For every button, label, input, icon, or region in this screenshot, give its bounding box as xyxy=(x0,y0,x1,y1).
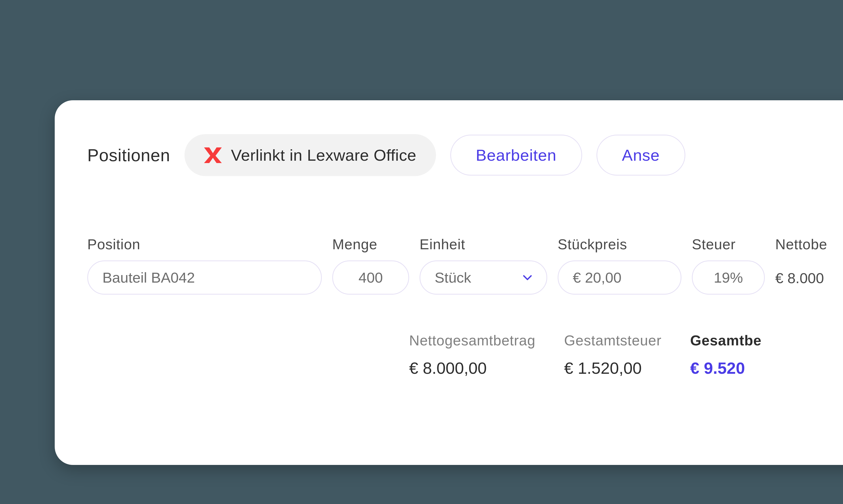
totals-row: Nettogesamtbetrag € 8.000,00 Gestamtsteu… xyxy=(409,332,830,377)
grand-total-value: € 9.520 xyxy=(690,359,761,377)
net-total-value: € 8.000,00 xyxy=(409,359,535,377)
lexware-logo-icon xyxy=(204,147,222,163)
view-button[interactable]: Anse xyxy=(596,135,685,176)
quantity-input[interactable]: 400 xyxy=(332,260,409,294)
unit-price-value: € 20,00 xyxy=(573,269,621,286)
net-value: € 8.000 xyxy=(775,260,830,295)
position-input[interactable]: Bauteil BA042 xyxy=(87,260,322,294)
grand-total-block: Gesamtbe € 9.520 xyxy=(690,332,761,377)
net-total-block: Nettogesamtbetrag € 8.000,00 xyxy=(409,332,535,377)
net-total-label: Nettogesamtbetrag xyxy=(409,332,535,349)
tax-column: Steuer 19% xyxy=(692,236,765,294)
header-row: Positionen Verlinkt in Lexware Office Be… xyxy=(87,134,830,176)
unit-price-column: Stückpreis € 20,00 xyxy=(558,236,682,294)
unit-price-input[interactable]: € 20,00 xyxy=(558,260,682,294)
tax-total-value: € 1.520,00 xyxy=(564,359,662,377)
linked-lexware-pill[interactable]: Verlinkt in Lexware Office xyxy=(185,134,436,176)
tax-label: Steuer xyxy=(692,236,765,253)
net-label: Nettobe xyxy=(775,236,830,253)
unit-column: Einheit Stück xyxy=(420,236,547,294)
tax-total-label: Gestamtsteuer xyxy=(564,332,662,349)
quantity-label: Menge xyxy=(332,236,409,253)
grand-total-label: Gesamtbe xyxy=(690,332,761,349)
tax-total-block: Gestamtsteuer € 1.520,00 xyxy=(564,332,662,377)
quantity-value: 400 xyxy=(358,269,383,286)
section-title: Positionen xyxy=(87,145,170,165)
unit-value: Stück xyxy=(435,269,471,286)
edit-button[interactable]: Bearbeiten xyxy=(450,135,582,176)
linked-text: Verlinkt in Lexware Office xyxy=(231,146,416,164)
net-column: Nettobe € 8.000 xyxy=(775,236,830,295)
position-value: Bauteil BA042 xyxy=(102,269,195,286)
positions-card: Positionen Verlinkt in Lexware Office Be… xyxy=(55,100,843,465)
line-item-row: Position Bauteil BA042 Menge 400 Einheit… xyxy=(87,236,830,295)
tax-input[interactable]: 19% xyxy=(692,260,765,294)
quantity-column: Menge 400 xyxy=(332,236,409,294)
unit-select[interactable]: Stück xyxy=(420,260,547,294)
position-column: Position Bauteil BA042 xyxy=(87,236,322,294)
position-label: Position xyxy=(87,236,322,253)
chevron-down-icon xyxy=(523,275,532,281)
tax-value: 19% xyxy=(714,269,743,286)
unit-price-label: Stückpreis xyxy=(558,236,682,253)
unit-label: Einheit xyxy=(420,236,547,253)
